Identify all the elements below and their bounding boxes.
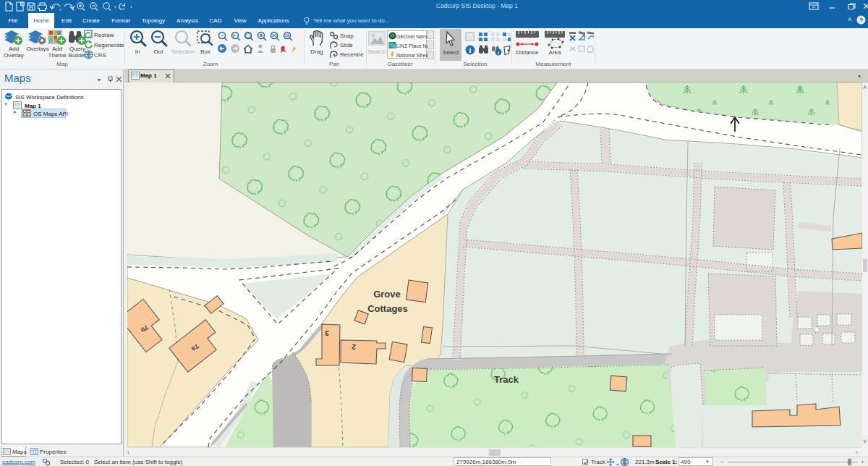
svg-text:Cottages: Cottages [367, 303, 408, 314]
svg-text:Grove: Grove [373, 289, 401, 300]
svg-text:i: i [469, 46, 472, 54]
svg-text:2: 2 [351, 343, 356, 351]
svg-text:Track: Track [494, 374, 519, 385]
svg-text:3: 3 [325, 329, 329, 337]
svg-text:?: ? [859, 17, 864, 24]
svg-text:i: i [498, 50, 499, 56]
